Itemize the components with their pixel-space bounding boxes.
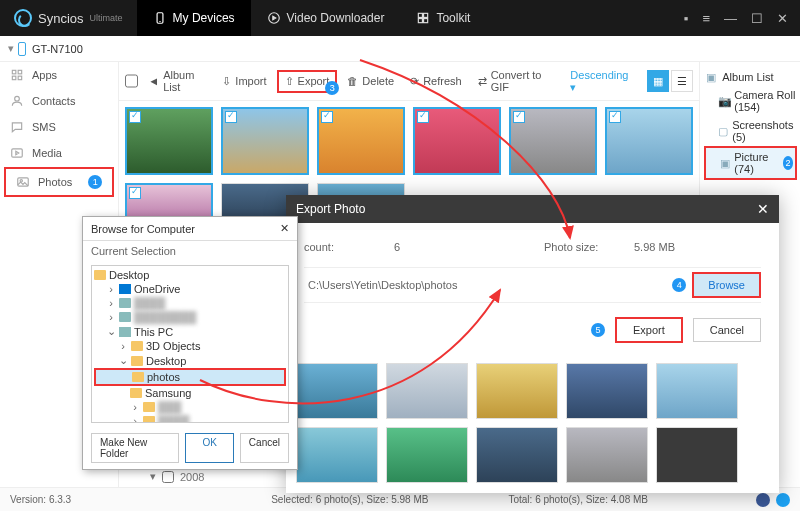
photo-thumbnail[interactable] <box>605 107 693 175</box>
expand-icon[interactable]: › <box>118 340 128 352</box>
refresh-button[interactable]: ⟳Refresh <box>404 72 468 91</box>
contacts-icon <box>10 94 24 108</box>
play-circle-icon <box>267 11 281 25</box>
tree-this-pc[interactable]: ⌄This PC <box>94 324 286 339</box>
photo-thumbnail[interactable] <box>317 107 405 175</box>
tree-blurred-1[interactable]: ›████ <box>94 296 286 310</box>
year-checkbox[interactable] <box>162 471 174 483</box>
expand-icon[interactable]: › <box>130 401 140 413</box>
sidebar-item-photos[interactable]: Photos 1 <box>4 167 114 197</box>
browse-button[interactable]: Browse <box>692 272 761 298</box>
sort-select[interactable]: Descending ▾ <box>562 67 637 96</box>
browse-ok-button[interactable]: OK <box>185 433 233 463</box>
sidebar-item-media[interactable]: Media <box>0 140 118 166</box>
thumb-checkbox-icon[interactable] <box>321 111 333 123</box>
thumb-checkbox-icon[interactable] <box>225 111 237 123</box>
close-icon[interactable]: ✕ <box>777 11 788 26</box>
make-new-folder-button[interactable]: Make New Folder <box>91 433 179 463</box>
tree-blurred-4[interactable]: ›████ <box>94 414 286 423</box>
export-confirm-button[interactable]: Export <box>615 317 683 343</box>
expand-icon[interactable]: › <box>106 297 116 309</box>
count-label: count: <box>304 241 364 253</box>
thumb-checkbox-icon[interactable] <box>417 111 429 123</box>
collapse-icon[interactable]: ⌄ <box>106 325 116 338</box>
album-screenshots[interactable]: ▢ Screenshots (5) <box>704 116 797 146</box>
svg-rect-12 <box>12 149 23 157</box>
photo-thumbnail[interactable] <box>386 363 468 419</box>
photo-thumbnail[interactable] <box>509 107 597 175</box>
menu-icon[interactable]: ≡ <box>702 11 710 26</box>
expand-icon[interactable]: › <box>106 311 116 323</box>
thumb-checkbox-icon[interactable] <box>129 187 141 199</box>
minimize-icon[interactable]: — <box>724 11 737 26</box>
chevron-down-icon[interactable]: ▾ <box>150 470 156 483</box>
photo-thumbnail[interactable] <box>413 107 501 175</box>
tab-video-downloader[interactable]: Video Downloader <box>251 0 401 36</box>
tree-blurred-2[interactable]: ›████████ <box>94 310 286 324</box>
delete-button[interactable]: 🗑Delete <box>341 72 400 90</box>
list-view-button[interactable]: ☰ <box>671 70 693 92</box>
thumb-checkbox-icon[interactable] <box>129 111 141 123</box>
export-button[interactable]: ⇧Export3 <box>277 70 338 93</box>
tree-desktop[interactable]: Desktop <box>94 268 286 282</box>
export-path: C:\Users\Yetin\Desktop\photos <box>304 275 666 295</box>
convert-gif-button[interactable]: ⇄Convert to GIF <box>472 66 559 96</box>
folder-tree[interactable]: Desktop ›OneDrive ›████ ›████████ ⌄This … <box>91 265 289 423</box>
user-icon <box>119 312 131 322</box>
tab-my-devices[interactable]: My Devices <box>137 0 251 36</box>
device-bar: ▾ GT-N7100 <box>0 36 800 62</box>
year-label: 2008 <box>180 471 204 483</box>
tree-onedrive[interactable]: ›OneDrive <box>94 282 286 296</box>
sidebar-item-apps[interactable]: Apps <box>0 62 118 88</box>
twitter-icon[interactable] <box>776 493 790 507</box>
folder-icon <box>131 356 143 366</box>
maximize-icon[interactable]: ☐ <box>751 11 763 26</box>
album-camera-roll[interactable]: 📷 Camera Roll (154) <box>704 86 797 116</box>
import-button[interactable]: ⇩Import <box>216 72 272 91</box>
grid-view-button[interactable]: ▦ <box>647 70 669 92</box>
photos-icon <box>16 175 30 189</box>
photo-thumbnail[interactable] <box>221 107 309 175</box>
tree-3d-objects[interactable]: ›3D Objects <box>94 339 286 353</box>
expand-icon[interactable]: › <box>130 415 140 423</box>
tree-samsung[interactable]: Samsung <box>94 386 286 400</box>
chevron-down-icon[interactable]: ▾ <box>8 42 14 55</box>
photo-thumbnail[interactable] <box>476 363 558 419</box>
photo-thumbnail[interactable] <box>296 427 378 483</box>
dialog-close-icon[interactable]: ✕ <box>757 201 769 217</box>
sidebar-item-contacts[interactable]: Contacts <box>0 88 118 114</box>
photo-thumbnail[interactable] <box>296 363 378 419</box>
photo-thumbnail[interactable] <box>476 427 558 483</box>
browse-cancel-button[interactable]: Cancel <box>240 433 289 463</box>
photo-thumbnail[interactable] <box>125 107 213 175</box>
tree-desktop2[interactable]: ⌄Desktop <box>94 353 286 368</box>
select-all-checkbox[interactable] <box>125 74 138 88</box>
expand-icon[interactable]: › <box>106 283 116 295</box>
tab-toolkit[interactable]: Toolkit <box>400 0 486 36</box>
album-list-header[interactable]: ▣ Album List <box>704 68 797 86</box>
collapse-icon[interactable]: ⌄ <box>118 354 128 367</box>
browse-close-icon[interactable]: ✕ <box>280 222 289 235</box>
facebook-icon[interactable] <box>756 493 770 507</box>
photo-thumbnail[interactable] <box>566 427 648 483</box>
album-list-button[interactable]: ◄Album List <box>142 66 212 96</box>
grid-icon <box>416 11 430 25</box>
sidebar-item-sms[interactable]: SMS <box>0 114 118 140</box>
apps-icon <box>10 68 24 82</box>
tree-photos[interactable]: photos <box>94 368 286 386</box>
album-picture[interactable]: ▣ Picture (74) 2 <box>704 146 797 180</box>
photo-thumbnail[interactable] <box>656 363 738 419</box>
message-icon[interactable]: ▪ <box>684 11 689 26</box>
export-cancel-button[interactable]: Cancel <box>693 318 761 342</box>
photo-thumbnail[interactable] <box>386 427 468 483</box>
thumb-checkbox-icon[interactable] <box>513 111 525 123</box>
tree-blurred-3[interactable]: ›███ <box>94 400 286 414</box>
camera-icon: 📷 <box>718 95 730 107</box>
photo-thumbnail[interactable] <box>656 427 738 483</box>
photo-thumbnail[interactable] <box>566 363 648 419</box>
browse-dialog-buttons: Make New Folder OK Cancel <box>83 427 297 469</box>
svg-rect-9 <box>12 76 16 80</box>
thumb-checkbox-icon[interactable] <box>609 111 621 123</box>
browse-dialog: Browse for Computer ✕ Current Selection … <box>82 216 298 470</box>
svg-rect-7 <box>12 70 16 74</box>
